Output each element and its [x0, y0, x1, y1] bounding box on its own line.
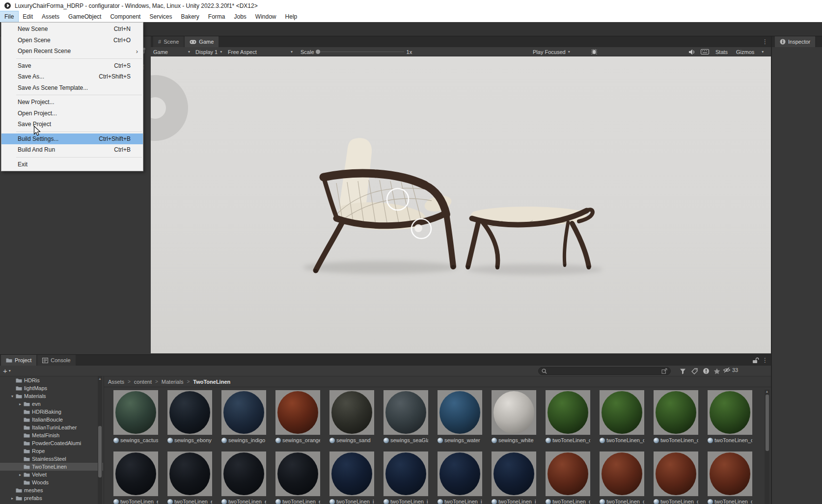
file-menu-item[interactable]: Build And Run Ctrl+B	[1, 144, 143, 156]
material-thumbnail[interactable]	[329, 451, 374, 496]
search-by-label-icon[interactable]	[690, 367, 698, 375]
file-menu-item[interactable]: Save As Scene Template...	[1, 82, 143, 94]
menu-bar-item[interactable]: Edit	[18, 11, 37, 22]
file-menu-item[interactable]: Open Recent Scene ›	[1, 46, 143, 57]
material-thumbnail[interactable]	[221, 390, 266, 435]
asset-tile[interactable]: twoToneLinen_c...	[546, 390, 590, 444]
menu-bar-item[interactable]: Bakery	[176, 11, 203, 22]
menu-bar-item[interactable]: GameObject	[64, 11, 106, 22]
tree-folder-row[interactable]: ▾ Materials	[0, 392, 103, 400]
search-box[interactable]	[538, 367, 671, 375]
file-menu-item[interactable]: Build Settings... Ctrl+Shift+B	[1, 133, 143, 145]
material-thumbnail[interactable]	[221, 451, 266, 496]
add-asset-button[interactable]: +▾	[3, 367, 11, 375]
tab-inspector[interactable]: Inspector	[775, 36, 815, 47]
scroll-up-arrow[interactable]: ▲	[765, 390, 769, 393]
file-menu-item[interactable]: Exit	[1, 159, 143, 170]
material-thumbnail[interactable]	[708, 390, 752, 435]
asset-tile[interactable]: twoToneLinen_c...	[708, 390, 752, 444]
asset-tile[interactable]: twoToneLinen_c...	[654, 390, 698, 444]
material-thumbnail[interactable]	[384, 390, 428, 435]
file-menu-item[interactable]: New Project...	[1, 97, 143, 108]
tree-folder-row[interactable]: meshes	[0, 486, 103, 494]
material-thumbnail[interactable]	[546, 390, 590, 435]
material-thumbnail[interactable]	[492, 390, 536, 435]
gizmos-dropdown[interactable]: Gizmos▾	[736, 47, 764, 56]
asset-tile[interactable]: twoToneLinen_or...	[708, 451, 752, 504]
tree-disclosure-icon[interactable]: ▸	[9, 496, 16, 501]
stats-button[interactable]: Stats	[715, 47, 728, 56]
asset-tile[interactable]: twoToneLinen_e...	[113, 451, 158, 504]
search-by-type-icon[interactable]	[679, 367, 686, 375]
tabstrip-menu-icon[interactable]: ⋮	[762, 38, 768, 45]
asset-tile[interactable]: twoToneLinen_or...	[546, 451, 590, 504]
material-thumbnail[interactable]	[275, 451, 320, 496]
rotate-hotspot-donut[interactable]	[151, 75, 188, 141]
asset-tile[interactable]: sewings_indigo	[221, 390, 266, 444]
file-menu-item[interactable]: New Scene Ctrl+N	[1, 24, 143, 35]
display-dropdown[interactable]: Display 1▾	[195, 47, 222, 56]
material-thumbnail[interactable]	[492, 451, 536, 496]
menu-bar-item[interactable]: Component	[106, 11, 145, 22]
tree-folder-row[interactable]: Rope	[0, 447, 103, 455]
menu-bar-item[interactable]: Jobs	[230, 11, 251, 22]
tree-folder-row[interactable]: StainlessSteel	[0, 455, 103, 463]
game-popup-dropdown[interactable]: Game▾	[153, 47, 190, 56]
material-thumbnail[interactable]	[600, 390, 644, 435]
tree-folder-row[interactable]: ▸ prefabs	[0, 494, 103, 502]
tab-scene[interactable]: # Scene	[153, 36, 184, 47]
tree-scrollbar-thumb[interactable]	[98, 426, 102, 477]
breadcrumb-item[interactable]: TwoToneLinen	[193, 379, 230, 385]
tab-console[interactable]: Console	[37, 355, 75, 366]
scale-knob[interactable]	[316, 50, 320, 54]
material-thumbnail[interactable]	[113, 390, 158, 435]
asset-tile[interactable]: twoToneLinen_ind...	[492, 451, 536, 504]
saved-searches-icon[interactable]	[713, 367, 721, 375]
menu-bar-item[interactable]: Window	[251, 11, 281, 22]
asset-tile[interactable]: twoToneLinen_ind...	[329, 451, 374, 504]
mute-audio-icon[interactable]	[688, 49, 695, 55]
material-thumbnail[interactable]	[113, 451, 158, 496]
material-thumbnail[interactable]	[546, 451, 590, 496]
tree-folder-row[interactable]: PowderCoatedAlumi	[0, 439, 103, 447]
aspect-dropdown[interactable]: Free Aspect▾	[228, 47, 295, 56]
hidden-items-toggle[interactable]: 33	[723, 367, 738, 373]
material-thumbnail[interactable]	[384, 451, 428, 496]
material-thumbnail[interactable]	[654, 451, 698, 496]
asset-tile[interactable]: sewings_cactus	[113, 390, 158, 444]
tree-folder-row[interactable]: Shaders	[0, 502, 103, 504]
panel-menu-icon[interactable]: ⋮	[762, 357, 768, 364]
tree-folder-row[interactable]: lightMaps	[0, 384, 103, 392]
asset-tile[interactable]: twoToneLinen_e...	[275, 451, 320, 504]
breadcrumb-item[interactable]: content	[134, 379, 152, 385]
material-thumbnail[interactable]	[708, 451, 752, 496]
tree-scrollbar[interactable]: ▲	[98, 376, 102, 504]
tree-folder-row[interactable]: ▸ Velvet	[0, 471, 103, 478]
asset-tile[interactable]: twoToneLinen_or...	[654, 451, 698, 504]
open-search-window-icon[interactable]	[661, 368, 667, 374]
material-thumbnail[interactable]	[600, 451, 644, 496]
tree-folder-row[interactable]: ItalianTurinLeather	[0, 424, 103, 431]
scale-slider[interactable]: Scale 1x	[301, 47, 412, 56]
material-thumbnail[interactable]	[167, 390, 212, 435]
asset-tile[interactable]: twoToneLinen_c...	[600, 390, 644, 444]
material-thumbnail[interactable]	[438, 451, 482, 496]
tree-folder-row[interactable]: MetalFinish	[0, 431, 103, 439]
tree-folder-row[interactable]: HDRiBaking	[0, 408, 103, 416]
file-menu-item[interactable]: Open Project...	[1, 108, 143, 119]
material-thumbnail[interactable]	[167, 451, 212, 496]
play-focused-dropdown[interactable]: Play Focused▾	[533, 47, 570, 56]
index-status-icon[interactable]	[702, 367, 710, 375]
grid-scrollbar[interactable]: ▲	[765, 390, 769, 504]
asset-tile[interactable]: twoToneLinen_e...	[167, 451, 212, 504]
asset-tile[interactable]: sewings_water	[438, 390, 482, 444]
asset-tile[interactable]: twoToneLinen_ind...	[384, 451, 428, 504]
asset-tile[interactable]: sewings_white	[492, 390, 536, 444]
menu-bar-item[interactable]: Help	[281, 11, 302, 22]
file-menu-item[interactable]: Save Project	[1, 119, 143, 130]
asset-tile[interactable]: sewings_orange	[275, 390, 320, 444]
breadcrumb-item[interactable]: Assets	[108, 379, 124, 385]
menu-bar-item[interactable]: Assets	[37, 11, 64, 22]
material-thumbnail[interactable]	[275, 390, 320, 435]
asset-tile[interactable]: sewings_seaGlass	[384, 390, 428, 444]
